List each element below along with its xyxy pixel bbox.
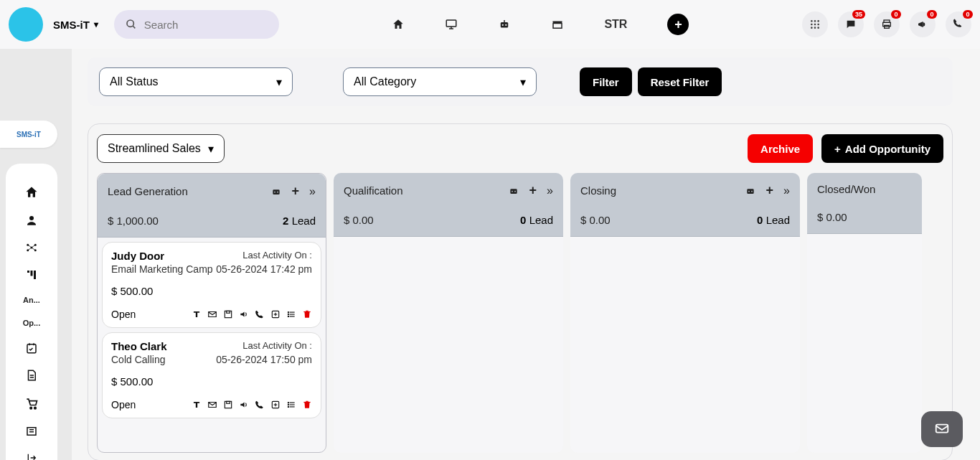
status-value: All Status bbox=[110, 75, 159, 88]
column-closing: Closing + » $ 0.00 0 Lead bbox=[570, 173, 800, 453]
opportunity-card[interactable]: Judy Door Last Activity On : Email Marke… bbox=[102, 242, 321, 328]
save-icon[interactable] bbox=[223, 309, 233, 319]
svg-point-59 bbox=[288, 403, 288, 403]
svg-point-48 bbox=[288, 312, 288, 313]
phone-icon[interactable] bbox=[255, 400, 265, 410]
svg-point-66 bbox=[748, 190, 750, 192]
double-chevron-icon[interactable]: » bbox=[309, 185, 316, 198]
sidebar-calendar-icon[interactable] bbox=[17, 342, 46, 355]
chat-icon[interactable]: 35 bbox=[838, 11, 864, 37]
add-button[interactable]: + bbox=[667, 14, 689, 35]
card-subtitle: Email Marketing Camp bbox=[111, 263, 213, 275]
robot-icon[interactable] bbox=[498, 18, 511, 31]
print-icon[interactable]: 0 bbox=[874, 11, 900, 37]
filter-button[interactable]: Filter bbox=[580, 67, 632, 96]
search-box[interactable] bbox=[114, 10, 279, 39]
chat-fab[interactable] bbox=[921, 411, 963, 447]
column-amount: $ 0.00 bbox=[817, 211, 847, 223]
chevron-down-icon: ▾ bbox=[208, 142, 214, 156]
card-status: Open bbox=[111, 309, 136, 320]
double-chevron-icon[interactable]: » bbox=[783, 184, 790, 197]
sidebar-cart-icon[interactable] bbox=[17, 396, 46, 410]
double-chevron-icon[interactable]: » bbox=[547, 184, 553, 197]
sms-it-text: SMS-iT bbox=[17, 131, 41, 139]
robot-icon[interactable] bbox=[508, 185, 519, 197]
plus-icon[interactable]: + bbox=[766, 183, 774, 198]
trash-icon[interactable] bbox=[302, 309, 312, 319]
reset-filter-button[interactable]: Reset Filter bbox=[638, 67, 722, 96]
robot-icon[interactable] bbox=[745, 185, 756, 197]
sidebar-logout-icon[interactable] bbox=[17, 452, 46, 460]
save-icon[interactable] bbox=[223, 400, 233, 410]
sidebar-item-op[interactable]: Op... bbox=[17, 319, 46, 327]
column-amount: $ 0.00 bbox=[580, 214, 611, 226]
sidebar-steps-icon[interactable] bbox=[17, 268, 46, 281]
column-qualification: Qualification + » $ 0.00 0 Lead bbox=[334, 173, 563, 453]
add-icon[interactable] bbox=[270, 400, 281, 410]
store-icon[interactable] bbox=[551, 18, 564, 31]
column-title: Qualification bbox=[344, 184, 403, 197]
plus-icon[interactable]: + bbox=[529, 183, 537, 198]
email-icon[interactable] bbox=[207, 400, 217, 410]
svg-point-6 bbox=[502, 24, 504, 26]
search-input[interactable] bbox=[144, 19, 268, 31]
list-icon[interactable] bbox=[286, 309, 296, 319]
svg-point-61 bbox=[288, 406, 288, 407]
phone-icon[interactable]: 0 bbox=[946, 11, 971, 37]
svg-point-50 bbox=[288, 316, 288, 316]
text-icon[interactable] bbox=[192, 309, 202, 319]
column-header: Lead Generation + » bbox=[98, 174, 326, 209]
archive-button[interactable]: Archive bbox=[748, 134, 813, 163]
sidebar-network-icon[interactable] bbox=[17, 241, 46, 254]
opportunity-card[interactable]: Theo Clark Last Activity On : Cold Calli… bbox=[102, 332, 321, 418]
column-header: Closed/Won bbox=[807, 173, 922, 205]
sidebar-user-icon[interactable] bbox=[17, 214, 46, 227]
add-icon[interactable] bbox=[270, 309, 281, 319]
svg-point-63 bbox=[512, 190, 513, 192]
brand-dropdown[interactable]: SMS-iT ▾ bbox=[53, 19, 98, 31]
column-summary: $ 1,000.00 2 Lead bbox=[98, 209, 326, 238]
trash-icon[interactable] bbox=[302, 400, 312, 410]
search-icon bbox=[126, 19, 137, 30]
megaphone-icon[interactable]: 0 bbox=[910, 11, 936, 37]
column-title: Lead Generation bbox=[108, 185, 188, 197]
sidebar-doc-icon[interactable] bbox=[17, 369, 46, 382]
text-icon[interactable] bbox=[192, 400, 202, 410]
card-name: Theo Clark bbox=[111, 340, 167, 352]
svg-point-10 bbox=[814, 20, 816, 22]
sound-icon[interactable] bbox=[239, 309, 249, 319]
robot-icon[interactable] bbox=[270, 186, 282, 197]
category-select[interactable]: All Category ▾ bbox=[343, 67, 537, 96]
str-link[interactable]: STR bbox=[604, 18, 627, 31]
phone-icon[interactable] bbox=[255, 309, 265, 319]
add-opportunity-label: Add Opportunity bbox=[845, 143, 930, 155]
svg-rect-52 bbox=[227, 401, 230, 403]
add-opportunity-button[interactable]: +Add Opportunity bbox=[821, 134, 943, 163]
svg-point-38 bbox=[274, 191, 275, 192]
card-price: $ 500.00 bbox=[111, 375, 312, 388]
apps-icon[interactable] bbox=[802, 11, 828, 37]
status-select[interactable]: All Status ▾ bbox=[99, 67, 293, 96]
plus-icon[interactable]: + bbox=[292, 184, 300, 199]
card-name: Judy Door bbox=[111, 250, 164, 262]
sidebar-home-icon[interactable] bbox=[17, 185, 46, 200]
pipeline-select[interactable]: Streamlined Sales ▾ bbox=[97, 134, 225, 163]
svg-point-60 bbox=[288, 404, 288, 405]
card-actions bbox=[192, 309, 312, 319]
email-icon[interactable] bbox=[207, 309, 217, 319]
chevron-down-icon: ▾ bbox=[520, 75, 526, 89]
svg-line-28 bbox=[32, 245, 35, 248]
svg-point-7 bbox=[506, 24, 507, 26]
svg-point-49 bbox=[288, 314, 288, 314]
brand-name: SMS-iT bbox=[53, 19, 90, 31]
monitor-icon[interactable] bbox=[445, 18, 458, 31]
board-top: Streamlined Sales ▾ Archive +Add Opportu… bbox=[97, 134, 943, 163]
sidebar-news-icon[interactable] bbox=[17, 425, 46, 438]
svg-rect-40 bbox=[225, 311, 231, 317]
sms-it-badge[interactable]: SMS-iT bbox=[0, 121, 57, 148]
svg-line-27 bbox=[28, 245, 32, 248]
sound-icon[interactable] bbox=[239, 400, 249, 410]
home-icon[interactable] bbox=[392, 18, 405, 31]
list-icon[interactable] bbox=[286, 400, 296, 410]
sidebar-item-an[interactable]: An... bbox=[17, 296, 46, 304]
